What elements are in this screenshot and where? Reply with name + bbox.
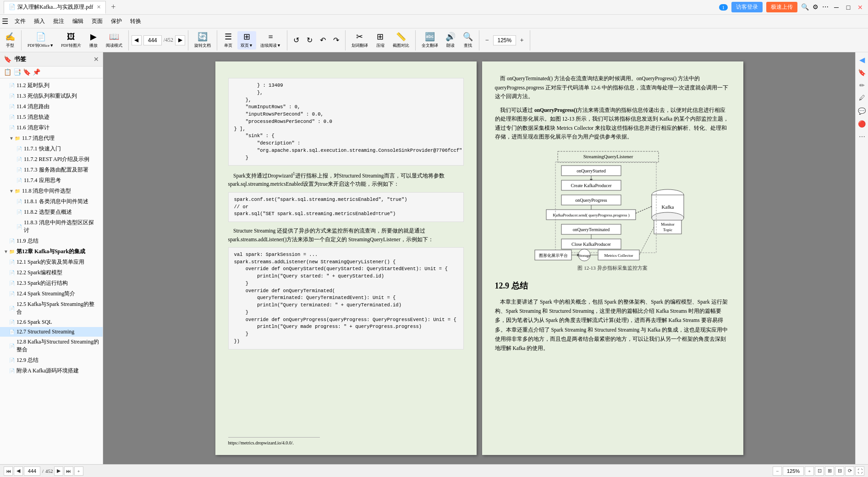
toolbar-rotate[interactable]: 🔄 旋转文档 (191, 31, 214, 50)
toc-item-12.8[interactable]: 📄 12.8 Kafka与Structured Streaming的整合 (0, 337, 103, 355)
upload-button[interactable]: 极速上传 (766, 2, 797, 12)
right-icon-bookmark[interactable]: 🔖 (857, 67, 868, 78)
toolbar-zoom-out[interactable]: − (482, 31, 492, 50)
toc-item-12.2[interactable]: 📄 12.2 Spark编程模型 (0, 267, 103, 278)
sidebar-close-button[interactable]: ✕ (93, 55, 99, 63)
toc-item-12.9[interactable]: 📄 12.9 总结 (0, 355, 103, 366)
status-fit-page[interactable]: ⊞ (825, 466, 834, 476)
toc-item-12.6[interactable]: 📄 12.6 Spark SQL (0, 317, 103, 327)
toc-item-11.8.1[interactable]: 📄 11.8.1 各类消息中间件简述 (0, 196, 103, 207)
sidebar-tool-2[interactable]: 📑 (13, 68, 21, 76)
toolbar-redo[interactable]: ↻ (303, 31, 316, 50)
toc-item-11.2[interactable]: 📄 11.2 延时队列 (0, 80, 103, 91)
status-zoom-in[interactable]: + (805, 466, 814, 476)
toolbar-pdf-to-office[interactable]: 📄 PDF转Office▼ (24, 31, 57, 50)
new-tab-button[interactable]: + (107, 1, 120, 14)
right-icon-more[interactable]: ⋯ (857, 131, 868, 142)
toc-item-11.4[interactable]: 📄 11.4 消息路由 (0, 101, 103, 112)
toc-item-appendix-a[interactable]: 📄 附录A Kafka源码环境搭建 (0, 366, 103, 376)
sidebar-tool-3[interactable]: 🔖 (23, 68, 31, 76)
toc-item-12.4[interactable]: 📄 12.4 Spark Streaming简介 (0, 288, 103, 299)
figure-12-13: StreamingQueryListener onQueryStarted Cr… (495, 149, 731, 272)
toolbar-read-mode[interactable]: 📖 阅读模式 (103, 31, 126, 50)
toolbar-compress[interactable]: ⊞ 压缩 (372, 31, 389, 50)
toolbar-forward[interactable]: ↷ (330, 31, 342, 50)
login-button[interactable]: 访客登录 (731, 2, 763, 12)
menu-file[interactable]: 文件 (11, 17, 29, 26)
status-rotate[interactable]: ⟳ (845, 466, 854, 476)
toc-item-12.3[interactable]: 📄 12.3 Spark的运行结构 (0, 278, 103, 288)
toolbar-undo[interactable]: ↺ (290, 31, 302, 50)
minimize-button[interactable]: ─ (832, 3, 841, 11)
menu-annotate[interactable]: 批注 (49, 17, 68, 26)
toc-item-12.5[interactable]: 📄 12.5 Kafka与Spark Streaming的整合 (0, 299, 103, 317)
status-prev-page[interactable]: ◀ (14, 466, 23, 476)
sidebar-tool-1[interactable]: 📋 (4, 68, 11, 76)
page-nav-next[interactable]: ▶ (175, 35, 185, 45)
toc-item-11.3[interactable]: 📄 11.3 死信队列和重试队列 (0, 91, 103, 101)
pdf-area[interactable]: } : 13409 }, }, "numInputRows" : 0, "inp… (103, 52, 855, 464)
toolbar-play[interactable]: ▶ 播放 (85, 31, 102, 50)
more-icon[interactable]: ⋯ (822, 3, 829, 11)
page-number-input[interactable] (143, 35, 162, 45)
toc-item-11.8[interactable]: ▼ 📁 11.8 消息中间件选型 (0, 186, 103, 196)
toc-item-11.5[interactable]: 📄 11.5 消息轨迹 (0, 112, 103, 122)
status-fit-width[interactable]: ⊡ (815, 466, 824, 476)
toc-item-11.7[interactable]: ▼ 📁 11.7 消息代理 (0, 133, 103, 144)
tab-pdf[interactable]: 📄 深入理解Kafka...与实践原理.pdf ✕ (4, 1, 106, 14)
status-fullscreen[interactable]: ⛶ (855, 466, 864, 476)
toc-item-11.7.2[interactable]: 📄 11.7.2 REST API介绍及示例 (0, 154, 103, 165)
toolbar-continuous[interactable]: ≡ 连续阅读▼ (257, 31, 284, 50)
sidebar-tool-4[interactable]: 📌 (33, 68, 40, 76)
right-icon-stamp[interactable]: 🔴 (857, 118, 868, 129)
status-next-page[interactable]: ▶ (54, 466, 63, 476)
toc-item-11.8.3[interactable]: 📄 11.8.3 消息中间件选型区区探讨 (0, 217, 103, 236)
toolbar-full-translate[interactable]: 🔤 全文翻译 (418, 31, 441, 50)
toolbar-double-page[interactable]: ⊞ 双页▼ (237, 31, 256, 50)
toolbar-pdf-to-image[interactable]: 🖼 PDF转图片 (58, 31, 84, 50)
toc-item-11.7.3[interactable]: 📄 11.7.3 服务路由配置及部署 (0, 165, 103, 175)
toc-item-11.7.1[interactable]: 📄 11.7.1 快速入门 (0, 144, 103, 154)
toc-item-12.1[interactable]: 📄 12.1 Spark的安装及简单应用 (0, 257, 103, 267)
toc-item-11.6[interactable]: 📄 11.6 消息审计 (0, 122, 103, 133)
status-left: ⏮ ◀ / 452 ▶ ⏭ + (4, 466, 83, 476)
toc-item-11.7.4[interactable]: 📄 11.7.4 应用思考 (0, 175, 103, 186)
menu-insert[interactable]: 插入 (30, 17, 49, 26)
toolbar-single-page[interactable]: ☰ 单页 (220, 31, 236, 50)
settings-icon[interactable]: ⚙ (813, 3, 819, 11)
status-fit-height[interactable]: ⊟ (835, 466, 844, 476)
toolbar-find[interactable]: 🔍 查找 (460, 31, 476, 50)
right-icon-pen[interactable]: ✏ (857, 80, 868, 91)
menu-protect[interactable]: 保护 (107, 17, 126, 26)
toolbar-back[interactable]: ↶ (317, 31, 329, 50)
status-add-page[interactable]: + (74, 466, 83, 476)
toc-item-ch12[interactable]: ▼ 📁 第12章 Kafka与Spark的集成 (0, 246, 103, 257)
right-icon-highlight[interactable]: 🖊 (857, 93, 868, 104)
menu-page[interactable]: 页面 (88, 17, 106, 26)
toc-item-11.9[interactable]: 📄 11.9 总结 (0, 236, 103, 246)
toc-icon: 📄 (9, 260, 15, 265)
right-icon-comment[interactable]: 💬 (857, 105, 868, 116)
maximize-button[interactable]: □ (844, 3, 852, 11)
toolbar-handwrite[interactable]: ✍ 手型 (2, 31, 18, 50)
menu-edit[interactable]: 编辑 (69, 17, 87, 26)
toolbar-screenshot[interactable]: 📏 截图对比 (390, 31, 412, 50)
zoom-input[interactable] (493, 35, 516, 45)
status-first-page[interactable]: ⏮ (4, 466, 13, 476)
status-zoom-out[interactable]: − (773, 466, 782, 476)
toolbar-zoom-in[interactable]: + (517, 31, 527, 50)
expand-icon: ▼ (4, 249, 8, 254)
page-nav-prev[interactable]: ◀ (132, 35, 142, 45)
menu-convert[interactable]: 转换 (126, 17, 145, 26)
status-last-page[interactable]: ⏭ (64, 466, 73, 476)
toolbar-read-aloud[interactable]: 🔊 朗读 (442, 31, 459, 50)
search-icon[interactable]: 🔍 (801, 3, 809, 11)
status-page-input[interactable] (24, 466, 40, 476)
toc-item-11.8.2[interactable]: 📄 11.8.2 选型要点概述 (0, 207, 103, 217)
status-zoom-input[interactable] (783, 466, 804, 476)
toc-item-12.7[interactable]: 📄 12.7 Structured Streaming (0, 327, 103, 337)
right-icon-expand[interactable]: ◀ (857, 54, 868, 65)
tab-close-icon[interactable]: ✕ (97, 4, 101, 10)
close-button[interactable]: ✕ (856, 3, 864, 11)
toolbar-translate[interactable]: ✂ 划词翻译 (348, 31, 371, 50)
